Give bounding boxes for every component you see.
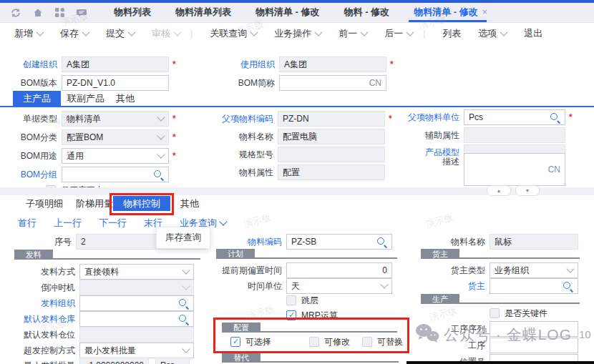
skip-level-label: 跳层 [301, 295, 318, 307]
list-button[interactable]: 列表 [442, 27, 461, 40]
issue-mode-row: 发料方式 直接领料 [14, 264, 194, 280]
bom-version-field[interactable]: PZ-DN_V1.0 [62, 75, 169, 91]
tab-other-header[interactable]: 其他 [106, 91, 145, 106]
process-field[interactable] [490, 338, 578, 353]
lead-offset-label: 提前期偏置时间 [216, 265, 286, 277]
material-attr-label: 物料属性 [212, 167, 278, 179]
checkbox-replaceable[interactable] [362, 337, 372, 347]
parent-unit-label: 父项物料单位 [398, 112, 464, 124]
bom-use-select[interactable]: 通用 [62, 148, 169, 164]
key-part-row: 是否关键件 [490, 305, 547, 321]
default-warehouse-label: 默认发料仓库 [14, 313, 79, 325]
issue-mode-select[interactable]: 直接领料 [79, 264, 194, 280]
demo-watermark: 演示版 [424, 211, 454, 231]
checkbox-modifiable[interactable] [309, 337, 319, 347]
exit-button[interactable]: 退出 [524, 27, 542, 40]
related-query-button[interactable]: 关联查询 [210, 27, 257, 40]
required-mark: * [172, 132, 176, 142]
create-org-label: 创建组织 [14, 59, 62, 71]
next-row-link[interactable]: 下一行 [99, 217, 127, 230]
bom-short-row: BOM简称 CN [233, 75, 386, 91]
search-icon[interactable] [178, 298, 189, 309]
new-button[interactable]: 新增 [14, 27, 43, 40]
window-tab-bom-list[interactable]: 物料清单列表 [163, 3, 243, 22]
chevron-down-icon [182, 266, 190, 274]
search-icon[interactable] [563, 281, 573, 292]
lang-marker: CN [548, 164, 560, 174]
time-unit-select[interactable]: 天 [286, 278, 392, 294]
close-icon[interactable]: × [482, 7, 487, 17]
spec-field [278, 147, 385, 162]
doc-type-select[interactable]: 物料清单 [62, 111, 169, 127]
seq-label: 序号 [14, 236, 76, 248]
chevron-down-icon [566, 265, 574, 272]
default-warehouse-field[interactable] [79, 311, 194, 327]
previous-button[interactable]: 前一 [339, 27, 367, 40]
bom-group-field[interactable] [62, 167, 169, 182]
group-production: 生产 [421, 292, 580, 304]
tab-material-control[interactable]: 物料控制 [113, 196, 170, 211]
business-operation-button[interactable]: 业务操作 [274, 27, 321, 40]
first-row-link[interactable]: 首行 [18, 217, 36, 230]
use-org-row: 使用组织 A集团 * [233, 56, 394, 72]
owner-field[interactable] [490, 278, 578, 294]
collapse-down-button[interactable]: ▼ [515, 185, 540, 196]
sync-icon[interactable] [10, 7, 21, 19]
search-icon[interactable] [376, 237, 387, 247]
checkbox-selectable[interactable] [230, 337, 240, 347]
bom-class-select[interactable]: 配置BOM [62, 129, 169, 145]
parent-unit-row: 父项物料单位 Pcs * [398, 109, 573, 125]
search-icon[interactable] [178, 314, 189, 325]
home-icon[interactable] [32, 7, 44, 19]
tab-other-detail[interactable]: 其他 [170, 196, 209, 211]
tab-sub-detail[interactable]: 子项明细 [16, 196, 73, 211]
search-icon[interactable] [153, 169, 164, 180]
lead-offset-row: 提前期偏置时间 0 [216, 262, 392, 278]
min-batch-unit-field: Pcs [155, 358, 190, 364]
prev-row-link[interactable]: 上一行 [54, 217, 82, 230]
apps-grid-icon[interactable] [54, 7, 65, 18]
next-button[interactable]: 后一 [384, 27, 413, 40]
submit-button[interactable]: 提交 [106, 27, 135, 40]
toolbar-separator: | [190, 29, 193, 39]
required-mark: * [389, 114, 392, 124]
window-icon-group [0, 7, 102, 19]
chevron-down-icon [406, 28, 414, 36]
required-mark: * [172, 114, 176, 124]
window-tab-material-list[interactable]: 物料列表 [102, 3, 163, 22]
bom-short-field[interactable]: CN [279, 75, 386, 91]
lead-offset-field[interactable]: 0 [286, 262, 392, 278]
checkbox-skip-level[interactable] [286, 295, 296, 305]
tab-main-product[interactable]: 主产品 [13, 91, 61, 106]
material-name-label: 物料名称 [212, 131, 278, 143]
time-unit-row: 时间单位 天 [216, 278, 392, 294]
save-button[interactable]: 保存 [60, 27, 89, 40]
collapse-up-button[interactable]: ▲ [487, 185, 511, 196]
process-seq-field[interactable] [490, 321, 578, 337]
window-tab-bom-edit-1[interactable]: 物料清单 - 修改 [243, 3, 332, 22]
checkbox-key-part[interactable] [490, 308, 500, 318]
parent-unit-field[interactable]: Pcs [464, 109, 565, 125]
group-issue-title: 发料 [14, 250, 53, 260]
over-issue-select[interactable]: 最小发料批量 [79, 343, 194, 358]
menu-item-inventory-query[interactable]: 库存查询 [165, 232, 201, 244]
checkbox-mrp[interactable] [286, 310, 296, 320]
owner-type-select[interactable]: 业务组织 [490, 262, 578, 278]
message-icon[interactable] [76, 7, 87, 19]
use-org-field[interactable]: A集团 [279, 56, 386, 72]
group-production-title: 生产 [421, 294, 459, 304]
search-icon[interactable] [550, 112, 560, 123]
description-textarea[interactable]: CN [464, 153, 565, 186]
window-tab-bom-edit-active[interactable]: 物料清单 - 修改× [401, 3, 500, 22]
bom-short-label: BOM简称 [233, 77, 279, 89]
demo-watermark: 演示版 [245, 302, 276, 323]
window-tab-material-edit[interactable]: 物料 - 修改 [332, 3, 402, 22]
bom-version-row: BOM版本 PZ-DN_V1.0 [14, 75, 169, 91]
replaceable-row: 可替换 [362, 334, 403, 350]
issue-org-field[interactable] [79, 295, 194, 311]
create-org-field[interactable]: A集团 [62, 56, 169, 72]
required-mark: * [569, 112, 573, 122]
parent-code-field[interactable]: PZ-DN [278, 111, 385, 127]
bom-class-row: BOM分类 配置BOM * [14, 129, 176, 145]
options-button[interactable]: 选项 [478, 27, 507, 40]
